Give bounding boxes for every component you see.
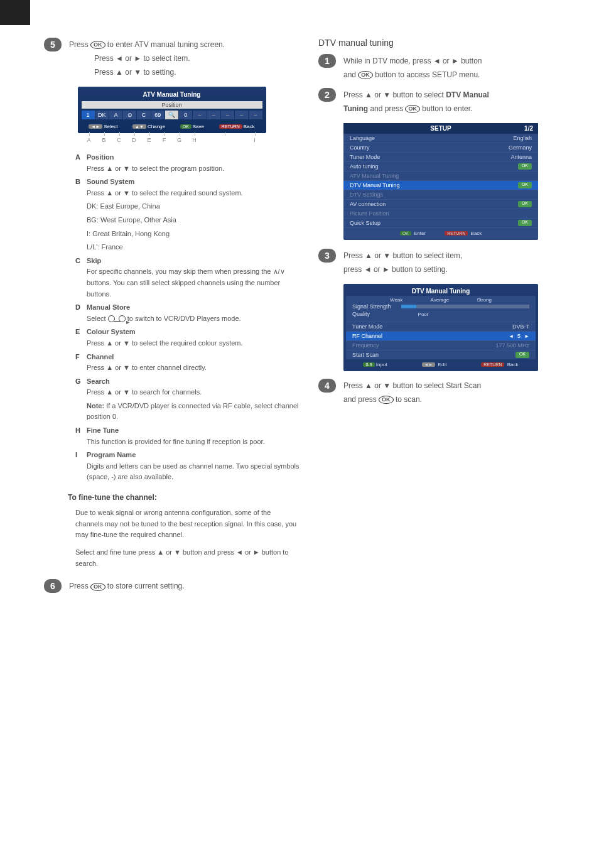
atv-cell-colour[interactable]: C <box>137 111 150 119</box>
setup-row-quick-setup[interactable]: Quick SetupOK <box>343 219 538 228</box>
dtv-scale: Weak Average Strong <box>346 296 536 303</box>
atv-letter-H: H <box>187 137 202 143</box>
step-2: 2 Press ▲ or ▼ button to select DTV Manu… <box>318 88 574 117</box>
corner-block <box>0 0 30 25</box>
step1-l2-suf: button to access SETUP menu. <box>375 70 480 79</box>
dtv-rf-value: 5 <box>517 333 521 339</box>
expl-body-I: Digits and letters can be used as channe… <box>87 461 300 483</box>
expl-title-A: Position <box>87 153 114 161</box>
fine-tune-p2: Select and fine tune press ▲ or ▼ button… <box>75 547 300 569</box>
expl-title-H: Fine Tune <box>87 426 119 434</box>
left-column: 5 Press OK to enter ATV manual tuning sc… <box>44 38 300 599</box>
atv-hint-bar: ◄►Select ▲▼Change OKSave RETURNBack <box>78 121 266 129</box>
atv-letter-spacer <box>202 137 247 143</box>
dtv-freq-label: Frequency <box>352 342 379 349</box>
dtv-row-rf[interactable]: RF Channel ◄ 5 ► <box>346 331 536 340</box>
step-num-6: 6 <box>44 579 62 593</box>
setup-row-label: DTV Settings <box>350 192 383 198</box>
atv-cell-name2[interactable]: – <box>207 111 220 119</box>
ok-icon: OK <box>405 105 420 113</box>
setup-title: SETUP <box>430 125 451 132</box>
setup-row-country[interactable]: CountryGermany <box>343 143 538 153</box>
step3-l2: press ◄ or ► button to setting. <box>343 264 462 275</box>
expl-body-D-post: to switch to VCR/DVD Players mode. <box>127 315 241 322</box>
expl-body-B4: I: Great Britain, Hong Kong <box>87 229 300 240</box>
atv-cell-name3[interactable]: – <box>221 111 234 119</box>
atv-cell-name1[interactable]: – <box>193 111 206 119</box>
top-bar <box>0 13 574 38</box>
right-column: DTV manual tuning 1 While in DTV mode, p… <box>318 38 574 599</box>
atv-cell-pos[interactable]: 1 <box>82 111 95 119</box>
setup-panel: SETUP 1/2 LanguageEnglishCountryGermanyT… <box>343 123 538 240</box>
hint-back: Back <box>244 124 255 129</box>
atv-letter-E: E <box>142 137 157 143</box>
hint-select-key: ◄► <box>89 124 102 129</box>
dtv-edit: Edit <box>438 362 447 367</box>
step-num-5: 5 <box>44 38 62 52</box>
setup-row-tuner-mode[interactable]: Tuner ModeAntenna <box>343 153 538 162</box>
atv-letter-A: A <box>82 137 97 143</box>
expl-label-A: A <box>75 152 83 163</box>
atv-explanations: APosition Press ▲ or ▼ to select the pro… <box>75 152 300 569</box>
dtv-start-label: Start Scan <box>352 352 379 358</box>
step-num-2: 2 <box>318 88 336 102</box>
step5-line3: Press ▲ or ▼ to setting. <box>94 67 225 78</box>
atv-cell-search[interactable]: 🔍 <box>165 111 178 119</box>
setup-row-label: Auto tuning <box>350 163 379 170</box>
step1-l2-pre: and <box>343 70 358 79</box>
hint-change: Change <box>148 124 165 129</box>
setup-row-label: Country <box>350 144 370 151</box>
step4-l2-suf: to scan. <box>396 395 422 404</box>
step-5: 5 Press OK to enter ATV manual tuning sc… <box>44 38 300 80</box>
expl-title-C: Skip <box>87 257 101 264</box>
chevron-right-icon[interactable]: ► <box>524 334 529 339</box>
setup-hints: OK Enter RETURN Back <box>343 228 538 236</box>
ok-icon: OK <box>90 41 105 49</box>
setup-back-key: RETURN <box>445 231 468 236</box>
fine-tune-p1: Due to weak signal or wrong antenna conf… <box>75 507 300 541</box>
dtv-title: DTV Manual Tuning <box>343 286 538 296</box>
dtv-row-start[interactable]: Start Scan OK <box>346 350 536 359</box>
two-column-layout: 5 Press OK to enter ATV manual tuning sc… <box>44 38 574 599</box>
step-1: 1 While in DTV mode, press ◄ or ► button… <box>318 54 574 83</box>
atv-cell-sound[interactable]: DK <box>95 111 109 119</box>
setup-row-language[interactable]: LanguageEnglish <box>343 134 538 143</box>
step1-l1: While in DTV mode, press ◄ or ► button <box>343 55 482 67</box>
step5-line2: Press ◄ or ► to select item. <box>94 53 225 64</box>
expl-body-B5: L/L': France <box>87 242 300 253</box>
atv-letter-G: G <box>172 137 187 143</box>
dtv-input-key: 0-9 <box>363 362 374 367</box>
atv-cell-name4[interactable]: – <box>235 111 248 119</box>
atv-cell-fine[interactable]: 0 <box>179 111 192 119</box>
dtv-quality-row: Quality Poor <box>346 310 536 318</box>
dtv-quality-label: Quality <box>352 311 401 317</box>
setup-row-value: OK <box>518 220 532 226</box>
atv-cell-store[interactable]: ⊙ <box>123 111 136 119</box>
atv-cell-name5[interactable]: – <box>249 111 262 119</box>
atv-cell-skip[interactable]: A <box>109 111 122 119</box>
expl-note-body-G: If a VCR/DVD player is connected via RF … <box>87 402 298 421</box>
setup-row-label: DTV Manual Tuning <box>350 182 400 188</box>
atv-title: ATV Manual Tuning <box>78 89 266 100</box>
setup-row-auto-tuning[interactable]: Auto tuningOK <box>343 162 538 171</box>
setup-row-av-connection[interactable]: AV connectionOK <box>343 200 538 209</box>
expl-note-title-G: Note: <box>87 402 104 410</box>
setup-page: 1/2 <box>451 125 533 132</box>
fine-tune-head: To fine-tune the channel: <box>68 492 300 504</box>
dtv-back-key: RETURN <box>481 362 504 367</box>
expl-label-C: C <box>75 256 83 267</box>
dtv-input: Input <box>376 362 387 367</box>
ok-pill-icon: OK <box>515 352 529 358</box>
hint-change-key: ▲▼ <box>132 124 146 129</box>
expl-body-B2: DK: East Europe, China <box>87 201 300 212</box>
setup-row-dtv-settings: DTV Settings <box>343 190 538 200</box>
atv-cell-chan[interactable]: 69 <box>151 111 165 119</box>
expl-body-B3: BG: West Europe, Other Asia <box>87 215 300 226</box>
setup-row-dtv-manual-tuning[interactable]: DTV Manual TuningOK <box>343 181 538 190</box>
step2-l2-pre: and press <box>370 104 405 113</box>
dtv-row-tuner[interactable]: Tuner Mode DVB-T <box>346 322 536 331</box>
dtv-quality-value: Poor <box>401 312 445 317</box>
chevron-left-icon[interactable]: ◄ <box>509 334 514 339</box>
step-num-4: 4 <box>318 379 336 393</box>
step4-l2-pre: and press <box>343 395 379 404</box>
